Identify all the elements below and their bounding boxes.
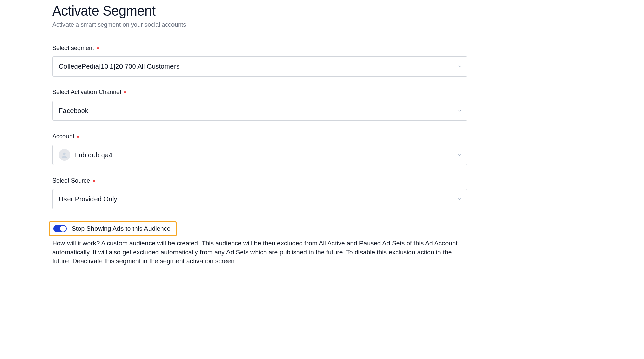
stop-ads-toggle-row: Stop Showing Ads to this Audience (49, 221, 177, 236)
field-channel: Select Activation Channel Facebook (52, 89, 467, 121)
clear-icon[interactable] (448, 153, 453, 157)
clear-icon[interactable] (448, 197, 453, 201)
source-select[interactable]: User Provided Only (52, 189, 467, 209)
field-source: Select Source User Provided Only (52, 177, 467, 209)
segment-select[interactable]: CollegePedia|10|1|20|700 All Customers (52, 56, 467, 77)
chevron-down-icon (457, 64, 462, 69)
account-select[interactable]: Lub dub qa4 (52, 145, 467, 165)
stop-ads-toggle-label: Stop Showing Ads to this Audience (72, 225, 171, 232)
stop-ads-toggle[interactable] (53, 225, 67, 232)
source-label-text: Select Source (52, 177, 90, 184)
required-indicator (97, 47, 99, 49)
chevron-down-icon (457, 196, 462, 202)
field-account: Account Lub dub qa4 (52, 133, 467, 165)
account-select-value: Lub dub qa4 (75, 151, 112, 159)
toggle-knob (60, 226, 66, 232)
segment-select-value: CollegePedia|10|1|20|700 All Customers (59, 63, 451, 71)
chevron-down-icon (457, 152, 462, 158)
page-title: Activate Segment (52, 3, 467, 19)
field-segment-label: Select segment (52, 45, 467, 52)
field-account-label: Account (52, 133, 467, 140)
segment-label-text: Select segment (52, 45, 94, 52)
chevron-down-icon (457, 108, 462, 113)
channel-select-value: Facebook (59, 107, 451, 115)
account-label-text: Account (52, 133, 74, 140)
required-indicator (77, 136, 79, 138)
required-indicator (93, 180, 95, 182)
source-select-value: User Provided Only (59, 195, 451, 203)
field-channel-label: Select Activation Channel (52, 89, 467, 96)
field-source-label: Select Source (52, 177, 467, 184)
field-segment: Select segment CollegePedia|10|1|20|700 … (52, 45, 467, 77)
account-select-value-wrap: Lub dub qa4 (59, 149, 451, 161)
avatar-icon (59, 149, 70, 161)
channel-label-text: Select Activation Channel (52, 89, 121, 96)
description-text: How will it work? A custom audience will… (52, 239, 467, 266)
required-indicator (124, 91, 126, 93)
svg-point-0 (63, 153, 65, 155)
page-subtitle: Activate a smart segment on your social … (52, 21, 467, 28)
channel-select[interactable]: Facebook (52, 101, 467, 121)
